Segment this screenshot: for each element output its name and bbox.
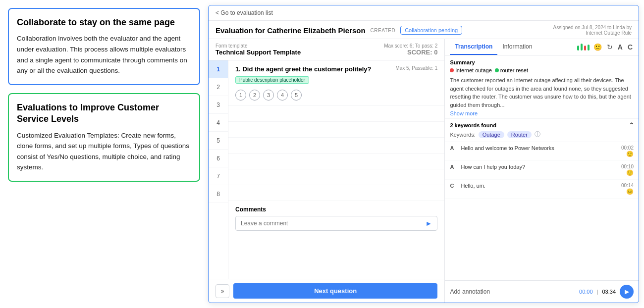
rating-1[interactable]: 1 (235, 90, 246, 101)
question-list: 1 2 3 4 5 6 7 8 1. Did the agent greet t… (209, 60, 444, 279)
transcript-entry-3: C Hello, um. 00:14 😐 (445, 180, 639, 199)
comment-input[interactable] (241, 220, 423, 227)
score-value: SCORE: 0 (384, 49, 437, 56)
empty-row-7 (228, 185, 444, 201)
row-num-3[interactable]: 3 (209, 96, 228, 114)
row-numbers: 1 2 3 4 5 6 7 8 (209, 60, 228, 279)
trans-time-1: 00:02 (621, 145, 634, 151)
keywords-section: 2 keywords found ⌃ Keywords: Outage Rout… (445, 119, 639, 142)
keyword-router-reset: router reset (495, 67, 528, 73)
letter-a-icon[interactable]: A (617, 42, 624, 52)
collaborate-body: Collaboration involves both the evaluato… (17, 33, 191, 76)
row-num-6[interactable]: 6 (209, 150, 228, 167)
tab-transcription[interactable]: Transcription (450, 39, 497, 55)
summary-text: The customer reported an internet outage… (450, 76, 634, 109)
public-desc-badge: Public description placeholder (235, 76, 309, 84)
comments-label: Comments (235, 206, 437, 213)
rating-circles: 1 2 3 4 5 (235, 90, 437, 101)
time-total: 03:34 (602, 289, 616, 295)
evaluations-body: Customized Evaluation Templates: Create … (17, 130, 191, 173)
refresh-icon[interactable]: ↻ (606, 42, 614, 52)
eval-title: Evaluation for Catherine Elizabeth Piers… (215, 26, 366, 35)
trans-time-col-3: 00:14 😐 (616, 183, 634, 195)
dot-green (495, 68, 499, 72)
max-score-label: Max score: 6; To pass: 2 (384, 43, 437, 49)
trans-text-2: How can I help you today? (461, 164, 612, 170)
rating-2[interactable]: 2 (249, 90, 260, 101)
trans-time-3: 00:14 (621, 183, 634, 188)
row-num-5[interactable]: 5 (209, 132, 228, 150)
smiley-icon[interactable]: 🙂 (592, 42, 603, 52)
row-num-1[interactable]: 1 (209, 60, 228, 78)
speaker-c-1: C (450, 183, 457, 189)
rating-5[interactable]: 5 (291, 90, 302, 101)
trans-emoji-2: 🙂 (626, 169, 634, 176)
transcript-entry-1: A Hello and welcome to Power Networks 00… (445, 142, 639, 161)
rating-3[interactable]: 3 (263, 90, 274, 101)
speaker-a-2: A (450, 164, 457, 170)
question-block: 1. Did the agent greet the customer poli… (228, 60, 444, 106)
question-title-row: 1. Did the agent greet the customer poli… (235, 65, 437, 73)
tab-information[interactable]: Information (497, 39, 537, 55)
empty-row-6 (228, 169, 444, 185)
trans-text-1: Hello and welcome to Power Networks (461, 145, 612, 151)
trans-emoji-1: 🙂 (626, 151, 634, 157)
form-header: Form template Technical Support Template… (209, 39, 444, 60)
send-icon[interactable]: ► (426, 219, 432, 227)
speaker-a-1: A (450, 145, 457, 151)
trans-time-col-1: 00:02 🙂 (616, 145, 634, 157)
trans-time-2: 00:10 (621, 164, 634, 169)
next-btn-row: » Next question (209, 279, 444, 303)
row-num-7[interactable]: 7 (209, 167, 228, 185)
letter-c-icon[interactable]: C (627, 42, 634, 52)
play-button[interactable]: ▶ (620, 285, 634, 299)
next-question-button[interactable]: Next question (233, 283, 437, 299)
time-current: 00:00 (579, 289, 593, 295)
row-num-8[interactable]: 8 (209, 185, 228, 203)
max-label: Max 5, Passable: 1 (395, 65, 437, 71)
question-content: 1. Did the agent greet the customer poli… (228, 60, 444, 279)
collab-badge[interactable]: Collaboration pending (400, 26, 462, 35)
comment-input-row[interactable]: ► (235, 216, 437, 231)
keyword-internet-outage: internet outage (450, 67, 491, 73)
add-annotation-label: Add annotation (450, 288, 575, 295)
left-panel: Collaborate to stay on the same page Col… (0, 0, 208, 308)
evaluations-title: Evaluations to Improve Customer Service … (17, 102, 191, 125)
form-template-name: Technical Support Template (215, 49, 301, 56)
summary-section: Summary internet outage router reset The… (445, 55, 639, 119)
show-more-link[interactable]: Show more (450, 110, 634, 116)
back-link[interactable]: < Go to evaluation list (215, 9, 273, 16)
transcript-list: A Hello and welcome to Power Networks 00… (445, 142, 639, 280)
row-num-4[interactable]: 4 (209, 114, 228, 132)
transcription-panel: Transcription Information 🙂 ↻ A C (445, 39, 639, 303)
expand-button[interactable]: » (215, 284, 229, 298)
keyword-internet-outage-label: internet outage (455, 67, 491, 73)
empty-row-2 (228, 106, 444, 122)
trans-tabs: Transcription Information 🙂 ↻ A C (445, 39, 639, 55)
bottom-bar: Add annotation 00:00 | 03:34 ▶ (445, 280, 639, 303)
collaborate-title: Collaborate to stay on the same page (17, 17, 191, 28)
top-bar: < Go to evaluation list (209, 5, 639, 21)
comments-block: Comments ► (228, 201, 444, 236)
rating-4[interactable]: 4 (277, 90, 288, 101)
dot-red (450, 68, 454, 72)
evaluation-panel: < Go to evaluation list Evaluation for C… (208, 5, 639, 303)
form-template-label: Form template (215, 43, 301, 49)
kw-badge-outage[interactable]: Outage (479, 131, 504, 138)
created-label: CREATED (371, 28, 396, 33)
form-area: Form template Technical Support Template… (209, 39, 445, 303)
score-info: Max score: 6; To pass: 2 SCORE: 0 (384, 43, 437, 56)
keywords-collapse-icon[interactable]: ⌃ (629, 122, 634, 128)
transcript-entry-2: A How can I help you today? 00:10 🙂 (445, 161, 639, 180)
color-bars-icon (577, 44, 590, 51)
trans-time-col-2: 00:10 🙂 (616, 164, 634, 176)
time-separator: | (597, 289, 598, 295)
info-icon: ⓘ (535, 130, 540, 139)
keywords-found-label: 2 keywords found (450, 122, 496, 128)
trans-emoji-3: 😐 (626, 188, 634, 195)
trans-text-3: Hello, um. (461, 183, 612, 189)
empty-row-3 (228, 122, 444, 138)
row-num-2[interactable]: 2 (209, 78, 228, 96)
kw-badge-router[interactable]: Router (507, 131, 532, 138)
keywords-list-label: Keywords: (450, 132, 475, 138)
